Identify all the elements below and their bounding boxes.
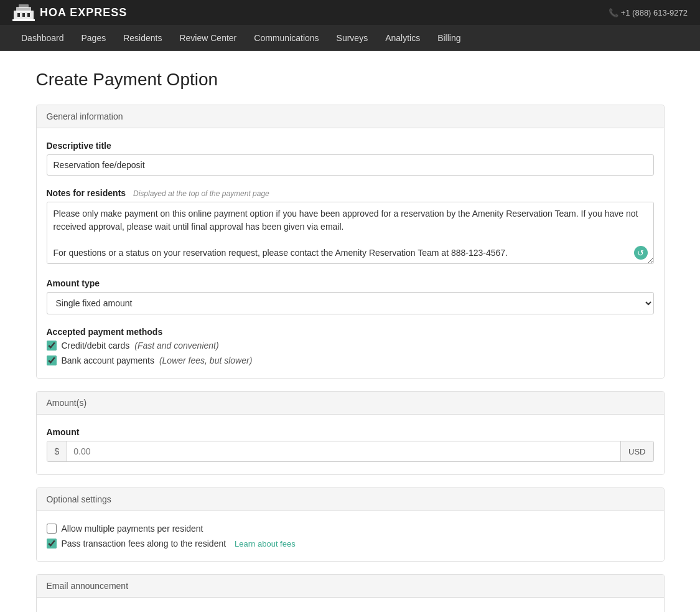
credit-card-note: (Fast and convenient) — [134, 341, 218, 351]
logo-text: HOA EXPRESS — [40, 6, 127, 19]
amount-type-select[interactable]: Single fixed amount Variable amount Mult… — [47, 292, 654, 314]
descriptive-title-input[interactable] — [47, 154, 654, 176]
pass-fees-row: Pass transaction fees along to the resid… — [47, 539, 654, 548]
general-info-body: Descriptive title Notes for residents Di… — [37, 128, 664, 378]
learn-about-fees-link[interactable]: Learn about fees — [235, 539, 296, 548]
optional-settings-body: Allow multiple payments per resident Pas… — [37, 511, 664, 561]
optional-settings-header: Optional settings — [37, 488, 664, 511]
general-info-section: General information Descriptive title No… — [36, 105, 665, 379]
amount-input[interactable] — [67, 441, 620, 461]
amounts-header: Amount(s) — [37, 392, 664, 415]
allow-multiple-label: Allow multiple payments per resident — [62, 524, 203, 534]
phone-number: +1 (888) 613-9272 — [621, 8, 688, 17]
phone-icon: 📞 — [609, 8, 618, 17]
top-bar: HOA EXPRESS 📞 +1 (888) 613-9272 — [0, 0, 700, 25]
allow-multiple-row: Allow multiple payments per resident — [47, 524, 654, 534]
notes-sublabel: Displayed at the top of the payment page — [133, 189, 269, 198]
amount-type-label: Amount type — [47, 278, 654, 288]
amounts-body: Amount $ USD — [37, 415, 664, 474]
svg-rect-6 — [27, 13, 30, 17]
amount-group: Amount $ USD — [47, 427, 654, 462]
bank-account-row: Bank account payments (Lower fees, but s… — [47, 355, 654, 365]
amount-type-group: Amount type Single fixed amount Variable… — [47, 278, 654, 314]
phone-display: 📞 +1 (888) 613-9272 — [609, 8, 688, 17]
nav-residents[interactable]: Residents — [114, 25, 170, 51]
payment-methods-group: Accepted payment methods Credit/debit ca… — [47, 327, 654, 365]
nav-surveys[interactable]: Surveys — [328, 25, 377, 51]
bank-account-label: Bank account payments — [62, 355, 154, 365]
pass-fees-checkbox[interactable] — [47, 539, 57, 548]
logo-building-icon — [12, 3, 35, 22]
credit-card-checkbox[interactable] — [47, 341, 57, 351]
email-announcement-header: Email announcement — [37, 575, 664, 598]
nav-pages[interactable]: Pages — [73, 25, 115, 51]
amount-suffix: USD — [620, 441, 653, 461]
nav-analytics[interactable]: Analytics — [376, 25, 429, 51]
svg-rect-2 — [19, 4, 29, 8]
email-announcement-body — [37, 598, 664, 612]
main-nav: Dashboard Pages Residents Review Center … — [0, 25, 700, 51]
credit-card-label: Credit/debit cards — [62, 341, 130, 351]
notes-textarea[interactable]: Please only make payment on this online … — [47, 202, 654, 264]
optional-settings-section: Optional settings Allow multiple payment… — [36, 487, 665, 562]
general-info-label: General information — [47, 111, 123, 121]
svg-rect-3 — [12, 19, 35, 21]
notes-textarea-wrap: Please only make payment on this online … — [47, 202, 654, 266]
general-info-header: General information — [37, 105, 664, 128]
email-announcement-section: Email announcement — [36, 574, 665, 612]
email-announcement-label: Email announcement — [47, 581, 129, 591]
pass-fees-label: Pass transaction fees along to the resid… — [62, 539, 226, 548]
descriptive-title-group: Descriptive title — [47, 141, 654, 176]
refresh-icon[interactable]: ↺ — [634, 246, 648, 260]
page-title: Create Payment Option — [36, 70, 665, 90]
notes-label: Notes for residents Displayed at the top… — [47, 188, 654, 198]
payment-methods-label: Accepted payment methods — [47, 327, 654, 337]
credit-card-row: Credit/debit cards (Fast and convenient) — [47, 341, 654, 351]
bank-account-checkbox[interactable] — [47, 355, 57, 365]
amount-label: Amount — [47, 427, 654, 437]
logo: HOA EXPRESS — [12, 3, 127, 22]
svg-rect-5 — [22, 13, 25, 17]
main-content: Create Payment Option General informatio… — [24, 51, 677, 612]
notes-group: Notes for residents Displayed at the top… — [47, 188, 654, 266]
nav-billing[interactable]: Billing — [429, 25, 469, 51]
nav-dashboard[interactable]: Dashboard — [12, 25, 73, 51]
nav-review-center[interactable]: Review Center — [170, 25, 245, 51]
amount-input-wrap: $ USD — [47, 441, 654, 462]
amounts-label: Amount(s) — [47, 398, 87, 408]
allow-multiple-checkbox[interactable] — [47, 524, 57, 534]
amount-prefix: $ — [47, 441, 68, 461]
optional-settings-label: Optional settings — [47, 494, 111, 504]
nav-communications[interactable]: Communications — [245, 25, 327, 51]
descriptive-title-label: Descriptive title — [47, 141, 654, 151]
svg-rect-4 — [17, 13, 20, 17]
amounts-section: Amount(s) Amount $ USD — [36, 391, 665, 475]
bank-account-note: (Lower fees, but slower) — [159, 355, 252, 365]
